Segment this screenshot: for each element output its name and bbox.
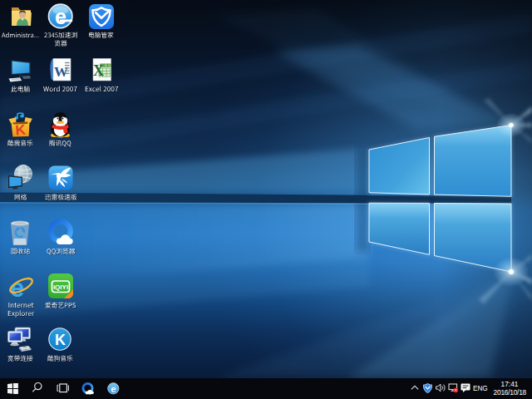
svg-text:e: e: [111, 384, 116, 394]
svg-text:W: W: [54, 64, 68, 80]
svg-text:iQIYI: iQIYI: [53, 283, 68, 291]
svg-text:X: X: [93, 62, 104, 79]
svg-text:e: e: [55, 5, 66, 28]
svg-text:K: K: [15, 121, 27, 138]
svg-text:K: K: [55, 332, 66, 348]
